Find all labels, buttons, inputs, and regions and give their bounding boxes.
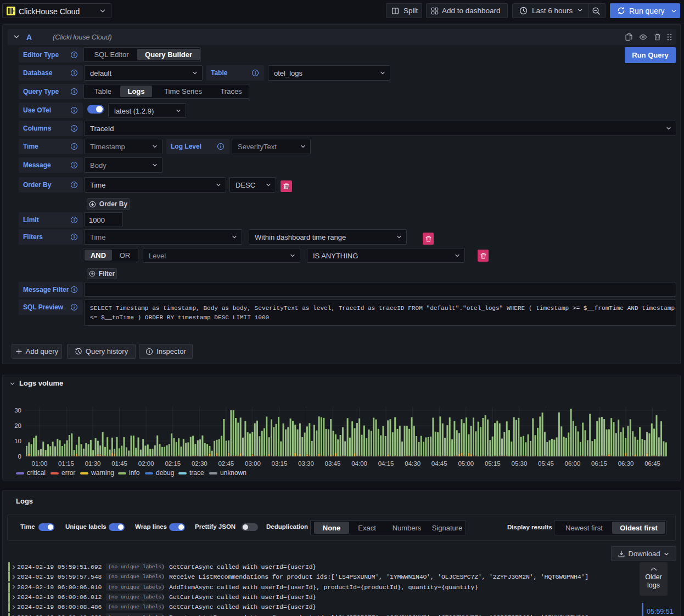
svg-text:01:15: 01:15 bbox=[58, 460, 74, 467]
svg-text:05:30: 05:30 bbox=[512, 460, 528, 467]
svg-text:04:45: 04:45 bbox=[431, 460, 447, 467]
svg-text:01:30: 01:30 bbox=[85, 460, 101, 467]
svg-text:20: 20 bbox=[14, 422, 21, 429]
svg-text:04:00: 04:00 bbox=[351, 460, 367, 467]
svg-text:06:15: 06:15 bbox=[591, 460, 607, 467]
svg-text:03:00: 03:00 bbox=[245, 460, 261, 467]
svg-text:05:45: 05:45 bbox=[538, 460, 554, 467]
svg-text:02:45: 02:45 bbox=[218, 460, 234, 467]
svg-text:10: 10 bbox=[14, 438, 21, 444]
svg-text:01:00: 01:00 bbox=[32, 460, 48, 467]
svg-text:03:30: 03:30 bbox=[298, 460, 314, 467]
svg-text:06:00: 06:00 bbox=[565, 460, 581, 467]
svg-text:0: 0 bbox=[18, 453, 21, 460]
svg-text:01:45: 01:45 bbox=[111, 460, 127, 467]
svg-text:02:30: 02:30 bbox=[192, 460, 208, 467]
svg-text:05:15: 05:15 bbox=[485, 460, 501, 467]
svg-text:03:15: 03:15 bbox=[272, 460, 288, 467]
svg-text:04:15: 04:15 bbox=[378, 460, 394, 467]
svg-text:02:15: 02:15 bbox=[165, 460, 181, 467]
svg-text:06:30: 06:30 bbox=[618, 460, 634, 467]
svg-text:06:45: 06:45 bbox=[644, 460, 660, 467]
svg-text:02:00: 02:00 bbox=[138, 460, 154, 467]
svg-text:04:30: 04:30 bbox=[405, 460, 421, 467]
svg-text:30: 30 bbox=[14, 407, 21, 414]
svg-text:03:45: 03:45 bbox=[325, 460, 341, 467]
svg-text:05:00: 05:00 bbox=[458, 460, 474, 467]
